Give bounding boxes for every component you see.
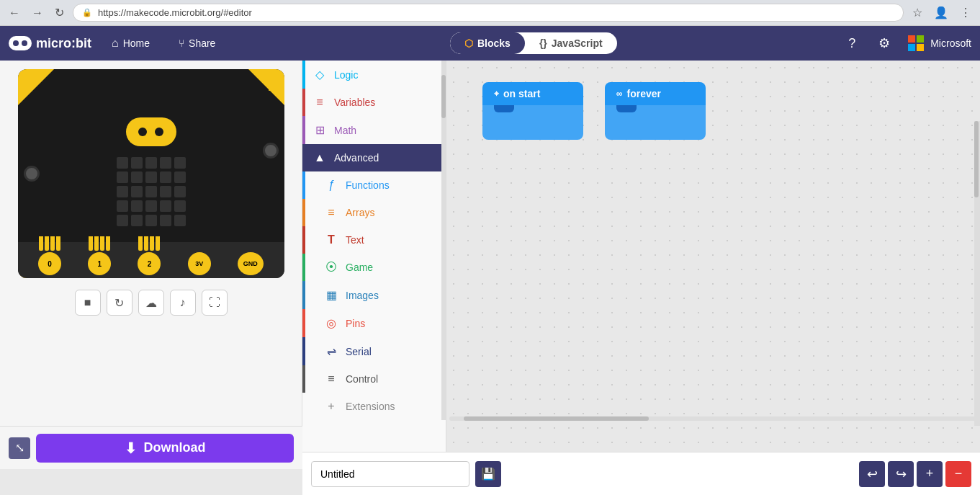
led-10 xyxy=(174,171,186,183)
menu-button[interactable]: ⋮ xyxy=(957,3,974,22)
forward-button[interactable]: → xyxy=(29,4,46,22)
math-label: Math xyxy=(334,125,356,136)
bookmark-button[interactable]: ☆ xyxy=(909,3,925,22)
svg-rect-3 xyxy=(917,44,924,51)
logo-icon xyxy=(9,36,32,50)
toolbox-item-images[interactable]: ▦ Images xyxy=(302,281,446,309)
block-forever[interactable]: ∞ forever xyxy=(605,82,706,140)
toolbox-scrollbar-thumb[interactable] xyxy=(441,75,446,118)
serial-icon: ⇌ xyxy=(324,344,338,358)
hscroll-thumb[interactable] xyxy=(464,416,649,421)
led-11 xyxy=(117,186,128,197)
javascript-tab[interactable]: {} JavaScript xyxy=(525,32,617,54)
microsoft-text: Microsoft xyxy=(930,37,971,49)
advanced-label: Advanced xyxy=(334,152,379,164)
pin-tooth xyxy=(45,236,49,251)
undo-button[interactable]: ↩ xyxy=(859,461,885,487)
workspace-vscroll-track xyxy=(974,121,980,426)
pin-1-group[interactable]: 1 xyxy=(88,236,111,275)
toolbox-item-game[interactable]: ⦿ Game xyxy=(302,254,446,281)
toolbox-item-pins[interactable]: ◎ Pins xyxy=(302,309,446,337)
home-button[interactable]: Home xyxy=(103,32,158,54)
logo-text: micro:bit xyxy=(36,36,91,51)
forever-block: ∞ forever xyxy=(605,82,706,140)
toolbox-item-advanced[interactable]: ▲ Advanced xyxy=(302,144,446,171)
images-icon: ▦ xyxy=(324,288,338,302)
toolbox-item-text[interactable]: T Text xyxy=(302,226,446,254)
logic-icon: ◇ xyxy=(313,68,327,81)
toolbox-item-extensions[interactable]: + Extensions xyxy=(302,393,446,420)
sound-button[interactable]: ♪ xyxy=(170,290,196,316)
on-start-notch xyxy=(494,105,514,112)
pin-tooth xyxy=(156,236,160,251)
refresh-button[interactable]: ↻ xyxy=(52,3,67,22)
restart-button[interactable]: ↻ xyxy=(107,290,132,316)
top-nav: micro:bit Home ⑂ Share ⬡ Blocks {} JavaS… xyxy=(0,26,980,61)
toolbox-item-functions[interactable]: ƒ Functions xyxy=(302,171,446,199)
share-button[interactable]: ⑂ Share xyxy=(170,33,224,53)
led-20 xyxy=(174,200,186,212)
toolbox-item-logic[interactable]: ◇ Logic xyxy=(302,61,446,89)
avatar-button[interactable]: 👤 xyxy=(931,3,951,22)
expand-button[interactable]: ⤡ xyxy=(9,437,30,459)
pin-tooth xyxy=(39,236,43,251)
blocks-tab[interactable]: ⬡ Blocks xyxy=(450,32,525,54)
workspace-hscroll[interactable] xyxy=(446,416,980,422)
pin-2-connector: 2 xyxy=(138,252,161,275)
block-on-start[interactable]: ⌖ on start xyxy=(482,82,583,140)
toolbox-item-serial[interactable]: ⇌ Serial xyxy=(302,337,446,365)
pin-gnd-group[interactable]: GND xyxy=(238,252,264,275)
back-button[interactable]: ← xyxy=(6,4,23,22)
button-b[interactable] xyxy=(263,143,279,159)
zoom-out-button[interactable]: − xyxy=(945,461,971,487)
redo-button[interactable]: ↪ xyxy=(888,461,914,487)
pin-3v-group[interactable]: 3V xyxy=(188,252,211,275)
zoom-in-button[interactable]: + xyxy=(917,461,943,487)
logic-label: Logic xyxy=(334,69,358,81)
stop-button[interactable]: ■ xyxy=(75,290,101,316)
workspace[interactable]: ⌖ on start ∞ forever xyxy=(446,61,980,469)
led-19 xyxy=(160,200,171,212)
toolbox-item-math[interactable]: ⊞ Math xyxy=(302,116,446,144)
nav-logo[interactable]: micro:bit xyxy=(9,36,91,51)
mute-button[interactable]: ☁ xyxy=(138,290,164,316)
pin-0-group[interactable]: 0 xyxy=(38,236,61,275)
fullscreen-button[interactable]: ⛶ xyxy=(202,290,228,316)
game-color-bar xyxy=(302,254,305,281)
functions-label: Functions xyxy=(346,179,390,191)
workspace-vscroll-thumb[interactable] xyxy=(974,121,979,197)
led-16 xyxy=(117,200,128,212)
on-start-block: ⌖ on start xyxy=(482,82,583,140)
project-name-input[interactable] xyxy=(311,461,469,487)
download-button[interactable]: Download xyxy=(36,434,294,463)
led-1 xyxy=(117,157,128,169)
pin-1-connector: 1 xyxy=(88,252,111,275)
settings-button[interactable]: ⚙ xyxy=(873,32,896,54)
save-button[interactable]: 💾 xyxy=(475,461,501,487)
main-layout: A B 0 xyxy=(0,61,980,469)
simulator-screen: A B 0 xyxy=(18,69,284,278)
toolbox-item-arrays[interactable]: ≡ Arrays xyxy=(302,199,446,226)
led-8 xyxy=(145,171,157,183)
pin-tooth xyxy=(106,236,110,251)
help-button[interactable]: ? xyxy=(842,33,861,54)
url-text: https://makecode.microbit.org/#editor xyxy=(98,7,252,18)
led-6 xyxy=(117,171,128,183)
pins-color-bar xyxy=(302,309,305,337)
toolbox-item-control[interactable]: ≡ Control xyxy=(302,365,446,393)
led-13 xyxy=(145,186,157,197)
arrays-color-bar xyxy=(302,199,305,226)
led-23 xyxy=(145,215,157,226)
simulator-panel: A B 0 xyxy=(0,61,302,469)
home-icon xyxy=(112,37,119,50)
share-label: Share xyxy=(189,37,215,49)
toolbox-item-variables[interactable]: ≡ Variables xyxy=(302,89,446,116)
sim-eye-left xyxy=(138,128,147,136)
toolbox: ◇ Logic ≡ Variables ⊞ Math ▲ Advanced ƒ … xyxy=(302,61,446,469)
control-icon: ≡ xyxy=(324,373,338,385)
download-icon xyxy=(125,440,137,457)
blocks-label: Blocks xyxy=(477,37,511,49)
pin-2-teeth xyxy=(138,236,160,251)
pin-2-group[interactable]: 2 xyxy=(138,236,161,275)
button-a[interactable] xyxy=(24,166,40,182)
